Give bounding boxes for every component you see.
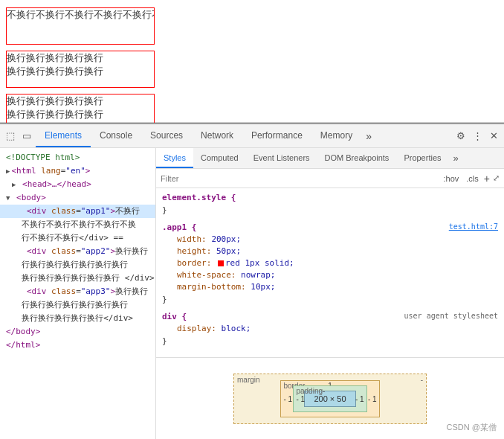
filter-bar: :hov .cls + ⤢ [156, 169, 504, 188]
box-padding: padding- - 1 - 1 200 × 50 [293, 385, 366, 412]
color-swatch-icon[interactable] [216, 257, 225, 269]
preview-area: 不换行不换行不换行不换行不换行不换行不换行不换行 换行换行换行换行换行换行换行换… [0, 0, 504, 123]
margin-minus: - [421, 376, 423, 384]
app3-text1[interactable]: 行换行换行换行换行换行换行 [0, 298, 155, 312]
styles-tabs: Styles Computed Event Listeners DOM Brea… [156, 148, 504, 169]
styles-content: element.style { } .app1 { test.html:7 wi… [156, 188, 504, 357]
elements-panel: <!DOCTYPE html> ▶<html lang="en"> ▶ <hea… [0, 148, 156, 439]
app2-text1[interactable]: 行换行换行换行换行换行换行 [0, 258, 155, 272]
app1-selector: .app1 { [162, 222, 196, 232]
app2-text2[interactable]: 换行换行换行换行换行换行 </div> [0, 272, 155, 285]
add-rule-button[interactable]: + [484, 173, 490, 185]
app1-div: 不换行不换行不换行不换行不换行不换行不换行不换行 [6, 7, 155, 45]
more-options-icon[interactable]: ⋮ [470, 129, 485, 144]
prop-border: border: red 1px solid; [165, 257, 504, 269]
app1-source[interactable]: test.html:7 [449, 222, 498, 231]
prop-height: height: 50px; [165, 246, 504, 257]
body-line[interactable]: ▼ <body> [0, 191, 155, 205]
app2-line[interactable]: <div class="app2">换行换行 [0, 245, 155, 258]
settings-icon[interactable]: ⚙ [453, 129, 468, 144]
tab-elements[interactable]: Elements [36, 124, 91, 147]
hov-button[interactable]: :hov [442, 173, 462, 184]
tab-performance[interactable]: Performance [242, 124, 311, 147]
inspect-icon[interactable]: ⬚ [3, 129, 18, 144]
app3-text2[interactable]: 换行换行换行换行换行</div> [0, 312, 155, 325]
body-close-line[interactable]: </body> [0, 325, 155, 339]
tab-network[interactable]: Network [192, 124, 242, 147]
filter-input[interactable] [161, 174, 439, 183]
border-right-val: - 1 [368, 394, 377, 403]
styles-tab-styles[interactable]: Styles [156, 148, 193, 168]
styles-more-button[interactable]: » [449, 153, 463, 164]
cls-button[interactable]: .cls [464, 173, 481, 184]
app1-line[interactable]: <div class="app1">不换行 [0, 205, 155, 218]
padding-label: padding- [296, 387, 325, 395]
styles-tab-computed[interactable]: Computed [193, 148, 246, 168]
devtools-body: <!DOCTYPE html> ▶<html lang="en"> ▶ <hea… [0, 148, 504, 439]
margin-label: margin [237, 376, 260, 384]
head-line[interactable]: ▶ <head>…</head> [0, 178, 155, 191]
styles-tab-event-listeners[interactable]: Event Listeners [246, 148, 317, 168]
app3-line[interactable]: <div class="app3">换行换行 [0, 285, 155, 298]
prop-margin-bottom: margin-bottom: 10px; [165, 281, 504, 293]
box-border: border 1 - 1 - 1 padding- - 1 - 1 200 × … [280, 380, 379, 417]
tab-console[interactable]: Console [91, 124, 141, 147]
element-style-rule: element.style { } [156, 191, 504, 217]
div-rule: div { user agent stylesheet display: blo… [156, 310, 504, 347]
border-left-val: - 1 [283, 394, 292, 403]
app1-text2[interactable]: 行不换行不换行</div> == [0, 231, 155, 245]
app1-text1[interactable]: 不换行不换行不换行不换行不换 [0, 218, 155, 231]
more-tabs-button[interactable]: » [361, 124, 376, 147]
prop-display: display: block; [165, 323, 504, 335]
padding-left-val: - 1 [296, 394, 305, 403]
padding-right-val: - 1 [355, 394, 364, 403]
expand-button[interactable]: ⤢ [493, 173, 500, 183]
tab-sources[interactable]: Sources [141, 124, 192, 147]
tab-memory[interactable]: Memory [311, 124, 361, 147]
toolbar-right: ⚙ ⋮ ✕ [453, 129, 501, 144]
app1-rule: .app1 { test.html:7 width: 200px; height… [156, 221, 504, 306]
close-icon[interactable]: ✕ [486, 129, 501, 144]
devtools-tabs: Elements Console Sources Network Perform… [36, 124, 449, 147]
watermark: CSDN @某僧 [447, 422, 497, 433]
prop-width: width: 200px; [165, 234, 504, 246]
devtools-toolbar: ⬚ ▭ Elements Console Sources Network Per… [0, 124, 504, 148]
html-close-line[interactable]: </html> [0, 339, 155, 352]
box-model-area: margin - border 1 - 1 - 1 padding- - 1 -… [156, 357, 504, 439]
prop-white-space: white-space: nowrap; [165, 269, 504, 281]
element-style-selector: element.style { [162, 193, 236, 202]
doctype-line[interactable]: <!DOCTYPE html> [0, 151, 155, 164]
device-icon[interactable]: ▭ [19, 129, 34, 144]
div-source: user agent stylesheet [404, 312, 498, 320]
styles-tab-dom-breakpoints[interactable]: DOM Breakpoints [317, 148, 397, 168]
styles-panel: Styles Computed Event Listeners DOM Brea… [156, 148, 504, 439]
html-line[interactable]: ▶<html lang="en"> [0, 164, 155, 178]
devtools-panel: ⬚ ▭ Elements Console Sources Network Per… [0, 123, 504, 439]
box-margin: margin - border 1 - 1 - 1 padding- - 1 -… [233, 374, 427, 424]
div-selector: div { [162, 312, 187, 321]
app2-div: 换行换行换行换行换行换行换行换行换行换行 [6, 51, 155, 88]
styles-tab-properties[interactable]: Properties [396, 148, 448, 168]
